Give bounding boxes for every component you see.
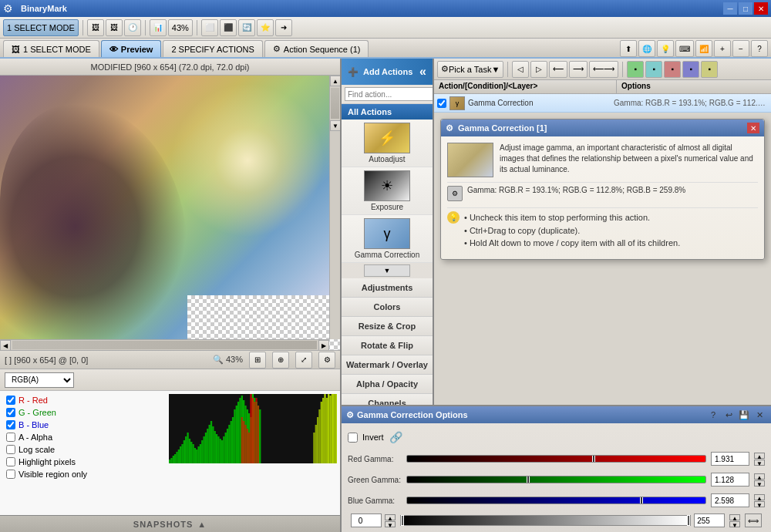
toolbar-code-btn[interactable]: ⌨ xyxy=(675,40,694,57)
sequence-item-gamma[interactable]: γ Gamma Correction Gamma: RGB.R = 193.1%… xyxy=(434,94,771,113)
invert-check[interactable] xyxy=(348,433,358,443)
red-slider-handle[interactable] xyxy=(592,455,595,463)
maximize-button[interactable]: □ xyxy=(739,2,752,15)
tooltip-close-btn[interactable]: ✕ xyxy=(747,123,759,133)
range-handle-left[interactable] xyxy=(401,515,404,526)
channel-select[interactable]: RGB(A) R - Red G - Green B - Blue xyxy=(5,372,74,388)
section-alpha[interactable]: Alpha / Opacity xyxy=(342,375,433,394)
section-watermark[interactable]: Watermark / Overlay xyxy=(342,355,433,375)
tab-select-mode[interactable]: 🖼 1 SELECT MODE xyxy=(3,40,99,57)
range-max-down[interactable]: ▼ xyxy=(729,521,740,527)
tab-specify-actions[interactable]: 2 SPECIFY ACTIONS xyxy=(163,40,262,57)
range-handle-right[interactable] xyxy=(687,515,690,526)
all-actions-header[interactable]: All Actions xyxy=(342,104,433,120)
seq-blue-btn[interactable]: ▪ xyxy=(682,61,699,78)
check-green[interactable] xyxy=(6,408,15,417)
red-gamma-input[interactable] xyxy=(711,452,749,466)
action-exposure[interactable]: ☀ Exposure xyxy=(342,167,433,215)
options-help-btn[interactable]: ? xyxy=(706,408,720,422)
minimize-button[interactable]: ─ xyxy=(723,2,737,15)
range-min-down[interactable]: ▼ xyxy=(385,521,396,527)
red-gamma-slider[interactable] xyxy=(406,453,706,465)
footer-btn-settings[interactable]: ⚙ xyxy=(318,352,335,369)
seq-fwd-btn[interactable]: ▷ xyxy=(530,61,547,78)
red-spin-down[interactable]: ▼ xyxy=(754,460,765,466)
scrollbar-h[interactable]: ◀ ▶ xyxy=(0,339,329,350)
footer-btn-grid[interactable]: ⊞ xyxy=(249,352,266,369)
toolbar-arrow-btn[interactable]: ➜ xyxy=(275,19,292,36)
close-button[interactable]: ✕ xyxy=(754,2,768,15)
section-rotate-flip[interactable]: Rotate & Flip xyxy=(342,336,433,355)
blue-spin-up[interactable]: ▲ xyxy=(754,494,765,500)
options-close-btn[interactable]: ✕ xyxy=(752,408,766,422)
green-spin-down[interactable]: ▼ xyxy=(754,480,765,487)
toolbar-wifi-btn[interactable]: 📶 xyxy=(695,40,712,57)
seq-btn-3[interactable]: ⟵⟶ xyxy=(589,61,618,78)
scroll-down-btn[interactable]: ▼ xyxy=(330,120,340,131)
range-max-up[interactable]: ▲ xyxy=(729,514,740,520)
action-autoadjust[interactable]: ⚡ Autoadjust xyxy=(342,120,433,167)
blue-gamma-slider[interactable] xyxy=(406,494,706,507)
scroll-thumb-h[interactable] xyxy=(12,341,317,349)
snapshots-bar[interactable]: SNAPSHOTS ▲ xyxy=(0,515,340,532)
action-dropdown[interactable]: ▼ xyxy=(342,263,433,278)
blue-spin-down[interactable]: ▼ xyxy=(754,501,765,507)
scroll-right-btn[interactable]: ▶ xyxy=(318,340,329,350)
pick-task-btn[interactable]: ⚙ Pick a Task ▼ xyxy=(437,61,503,78)
tab-action-sequence[interactable]: ⚙ Action Sequence (1) xyxy=(264,40,369,57)
options-undo-btn[interactable]: ↩ xyxy=(722,408,736,422)
toolbar-refresh-btn[interactable]: 🔄 xyxy=(238,19,255,36)
section-resize-crop[interactable]: Resize & Crop xyxy=(342,317,433,336)
scroll-thumb[interactable] xyxy=(331,88,339,119)
find-action-input[interactable] xyxy=(345,87,434,101)
section-adjustments[interactable]: Adjustments xyxy=(342,278,433,298)
toolbar-help-btn[interactable]: ? xyxy=(751,40,768,57)
check-alpha[interactable] xyxy=(6,433,15,442)
toolbar-hist-btn[interactable]: 📊 xyxy=(150,19,167,36)
toolbar-minus-btn[interactable]: − xyxy=(732,40,749,57)
seq-check-gamma[interactable] xyxy=(437,99,446,108)
toolbar-star-btn[interactable]: ⭐ xyxy=(257,19,274,36)
range-max-input[interactable] xyxy=(694,513,725,527)
seq-red-btn[interactable]: ▪ xyxy=(664,61,681,78)
footer-btn-target[interactable]: ⊕ xyxy=(272,352,289,369)
scrollbar-v[interactable]: ▲ ▼ xyxy=(329,76,340,339)
red-spin-up[interactable]: ▲ xyxy=(754,453,765,459)
section-colors[interactable]: Colors xyxy=(342,298,433,317)
check-logscale[interactable] xyxy=(6,445,15,454)
tab-preview[interactable]: 👁 Preview xyxy=(101,40,162,57)
green-gamma-slider[interactable] xyxy=(406,473,706,486)
range-min-up[interactable]: ▲ xyxy=(385,514,396,520)
toolbar-bulb-btn[interactable]: 💡 xyxy=(657,40,674,57)
seq-btn-2[interactable]: ⟶ xyxy=(569,61,588,78)
seq-back-btn[interactable]: ◁ xyxy=(512,61,529,78)
scroll-up-btn[interactable]: ▲ xyxy=(330,76,340,86)
green-slider-handle[interactable] xyxy=(527,476,530,483)
toolbar-img-btn-1[interactable]: 🖼 xyxy=(87,19,104,36)
check-highlight[interactable] xyxy=(6,457,15,466)
add-actions-collapse[interactable]: « xyxy=(419,65,426,79)
footer-btn-expand[interactable]: ⤢ xyxy=(295,352,312,369)
toolbar-plus-btn[interactable]: + xyxy=(714,40,731,57)
check-red[interactable] xyxy=(6,396,15,405)
range-expand-btn[interactable]: ⟺ xyxy=(745,513,762,527)
toolbar-globe-btn[interactable]: 🌐 xyxy=(638,40,655,57)
seq-yellow-btn[interactable]: ▪ xyxy=(701,61,718,78)
green-gamma-input[interactable] xyxy=(711,473,749,487)
green-spin-up[interactable]: ▲ xyxy=(754,473,765,480)
action-dropdown-btn[interactable]: ▼ xyxy=(364,264,410,277)
action-gamma[interactable]: γ Gamma Correction xyxy=(342,215,433,263)
range-min-input[interactable] xyxy=(351,513,382,527)
mode-button[interactable]: 1 SELECT MODE xyxy=(3,19,79,36)
options-save-btn[interactable]: 💾 xyxy=(737,408,751,422)
toolbar-clock-btn[interactable]: 🕐 xyxy=(124,19,141,36)
toolbar-fit-btn[interactable]: ⬜ xyxy=(201,19,218,36)
seq-cyan-btn[interactable]: ▪ xyxy=(645,61,662,78)
toolbar-grid-btn[interactable]: ⬛ xyxy=(220,19,237,36)
toolbar-img-btn-2[interactable]: 🖼 xyxy=(106,19,123,36)
check-visible[interactable] xyxy=(6,470,15,479)
range-track[interactable] xyxy=(400,515,691,526)
zoom-display[interactable]: 43% xyxy=(168,19,193,36)
seq-btn-1[interactable]: ⟵ xyxy=(549,61,567,78)
toolbar-upload-btn[interactable]: ⬆ xyxy=(620,40,637,57)
